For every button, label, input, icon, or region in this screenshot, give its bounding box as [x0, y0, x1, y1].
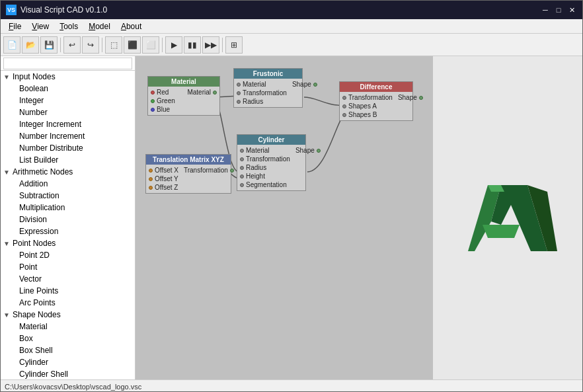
minimize-button[interactable]: ─ — [540, 5, 551, 15]
port-dot-fm — [237, 83, 241, 87]
port-dot-oz — [149, 186, 153, 190]
node-translation-header: Translation Matrix XYZ — [146, 155, 231, 165]
tree-item-material[interactable]: Material — [1, 321, 135, 333]
toolbar-save[interactable]: 💾 — [40, 36, 58, 54]
node-cylinder[interactable]: Cylinder Material Transformation Radius … — [237, 134, 306, 191]
tree-item-boolean[interactable]: Boolean — [1, 83, 135, 95]
tree-item-integer[interactable]: Integer — [1, 95, 135, 106]
sidebar-search-area — [1, 56, 135, 71]
node-frustonic-inputs: Material Transformation Radius — [234, 79, 290, 107]
expand-icon: ▼ — [3, 73, 13, 81]
port-dot-green — [151, 99, 155, 103]
node-difference-header: Difference — [340, 82, 412, 92]
window-title: Visual Script CAD v0.1.0 — [20, 5, 107, 15]
tree-item-arc-points[interactable]: Arc Points — [1, 297, 135, 309]
node-difference[interactable]: Difference Transformation Shapes A Shape… — [339, 81, 413, 121]
tree-item-box[interactable]: Box — [1, 333, 135, 344]
port-dot-cr — [240, 166, 244, 170]
port-frustonic-shape-out: Shape — [290, 80, 320, 89]
menu-file[interactable]: File — [3, 20, 26, 32]
menu-tools[interactable]: Tools — [54, 20, 83, 32]
port-dot-ds — [419, 96, 423, 100]
port-dot-cs — [240, 183, 244, 187]
tree-item-integer-increment[interactable]: Integer Increment — [1, 118, 135, 130]
tree-item-number-distribute[interactable]: Number Distribute — [1, 142, 135, 154]
group-input-nodes-header[interactable]: ▼ Input Nodes — [1, 71, 135, 83]
group-input-nodes-label: Input Nodes — [13, 72, 56, 81]
group-point-nodes-label: Point Nodes — [13, 239, 56, 248]
port-blue: Blue — [148, 105, 184, 114]
port-offset-y: Offset Y — [146, 175, 181, 183]
group-arithmetic-nodes-header[interactable]: ▼ Arithmetic Nodes — [1, 166, 135, 178]
node-translation-matrix[interactable]: Translation Matrix XYZ Offset X Offset Y… — [145, 154, 231, 194]
node-material[interactable]: Material Red Green Blue — [147, 76, 220, 116]
port-offset-z: Offset Z — [146, 183, 181, 192]
tree-item-point[interactable]: Point — [1, 261, 135, 273]
toolbar-grid[interactable]: ⊞ — [225, 36, 243, 54]
canvas-area[interactable]: Material Red Green Blue — [136, 56, 582, 379]
toolbar-step[interactable]: ▶▶ — [202, 36, 219, 54]
tree-item-number[interactable]: Number — [1, 106, 135, 118]
toolbar-redo[interactable]: ↪ — [82, 36, 99, 54]
group-arithmetic-nodes: ▼ Arithmetic Nodes Addition Subtraction … — [1, 166, 135, 237]
expand-icon-shape: ▼ — [3, 311, 13, 319]
close-button[interactable]: ✕ — [566, 5, 577, 15]
node-material-header: Material — [148, 77, 219, 87]
toolbar-open[interactable]: 📂 — [22, 36, 39, 54]
toolbar-zoom-out[interactable]: ⬜ — [142, 36, 159, 54]
tree-item-line-points[interactable]: Line Points — [1, 285, 135, 297]
port-dot-ft — [237, 91, 241, 95]
tree-item-division[interactable]: Division — [1, 214, 135, 225]
port-dot-ch — [240, 175, 244, 178]
toolbar-new[interactable]: 📄 — [3, 36, 20, 54]
port-frustonic-material: Material — [234, 80, 290, 89]
port-diff-shapes-b: Shapes B — [340, 110, 395, 119]
port-dot-blue — [151, 108, 155, 112]
menu-about[interactable]: About — [116, 20, 147, 32]
logo-svg — [455, 172, 561, 264]
port-dot-db — [342, 113, 346, 117]
tree-item-addition[interactable]: Addition — [1, 178, 135, 190]
tree-item-box-shell[interactable]: Box Shell — [1, 344, 135, 356]
node-frustonic-body: Material Transformation Radius Shape — [234, 79, 302, 107]
node-translation-body: Offset X Offset Y Offset Z Transformatio… — [146, 165, 231, 193]
maximize-button[interactable]: □ — [553, 5, 564, 15]
tree-item-subtraction[interactable]: Subtraction — [1, 190, 135, 202]
port-cyl-shape-out: Shape — [293, 146, 323, 155]
toolbar-undo[interactable]: ↩ — [63, 36, 81, 54]
sidebar: ▼ Input Nodes Boolean Integer Number Int… — [1, 56, 136, 379]
toolbar-play[interactable]: ▶ — [165, 36, 182, 54]
tree-item-multiplication[interactable]: Multiplication — [1, 202, 135, 214]
tree-item-cylinder-shell[interactable]: Cylinder Shell — [1, 368, 135, 379]
toolbar-zoom-in[interactable]: ⬛ — [124, 36, 141, 54]
group-point-nodes-header[interactable]: ▼ Point Nodes — [1, 237, 135, 249]
port-diff-shape-out: Shape — [395, 93, 426, 102]
port-diff-transform: Transformation — [340, 93, 395, 102]
toolbar-fit[interactable]: ⬚ — [105, 36, 122, 54]
port-cyl-transform: Transformation — [237, 155, 293, 163]
node-translation-outputs: Transformation — [181, 165, 237, 193]
port-dot-oy — [149, 177, 153, 181]
node-frustonic[interactable]: Frustonic Material Transformation Radius — [233, 68, 303, 108]
tree-item-list-builder[interactable]: List Builder — [1, 154, 135, 166]
menu-model[interactable]: Model — [83, 20, 116, 32]
group-point-nodes: ▼ Point Nodes Point 2D Point Vector Line… — [1, 237, 135, 309]
toolbar-sep-1 — [60, 38, 61, 52]
port-dot-dt — [342, 96, 346, 100]
node-material-inputs: Red Green Blue — [148, 87, 184, 115]
node-frustonic-outputs: Shape — [290, 79, 320, 107]
port-cyl-material: Material — [237, 146, 293, 155]
preview-area — [433, 56, 582, 379]
group-shape-nodes-header[interactable]: ▼ Shape Nodes — [1, 309, 135, 321]
status-path: C:\Users\kovacsv\Desktop\vscad_logo.vsc — [5, 383, 141, 391]
toolbar-pause[interactable]: ▮▮ — [184, 36, 201, 54]
search-input[interactable] — [3, 58, 132, 69]
tree-item-point-2d[interactable]: Point 2D — [1, 249, 135, 261]
tree-item-number-increment[interactable]: Number Increment — [1, 130, 135, 142]
tree-item-expression[interactable]: Expression — [1, 225, 135, 237]
tree-item-vector[interactable]: Vector — [1, 273, 135, 285]
node-cylinder-inputs: Material Transformation Radius Height Se… — [237, 145, 293, 190]
node-material-outputs: Material — [184, 87, 219, 115]
menu-view[interactable]: View — [26, 20, 54, 32]
tree-item-cylinder[interactable]: Cylinder — [1, 356, 135, 368]
